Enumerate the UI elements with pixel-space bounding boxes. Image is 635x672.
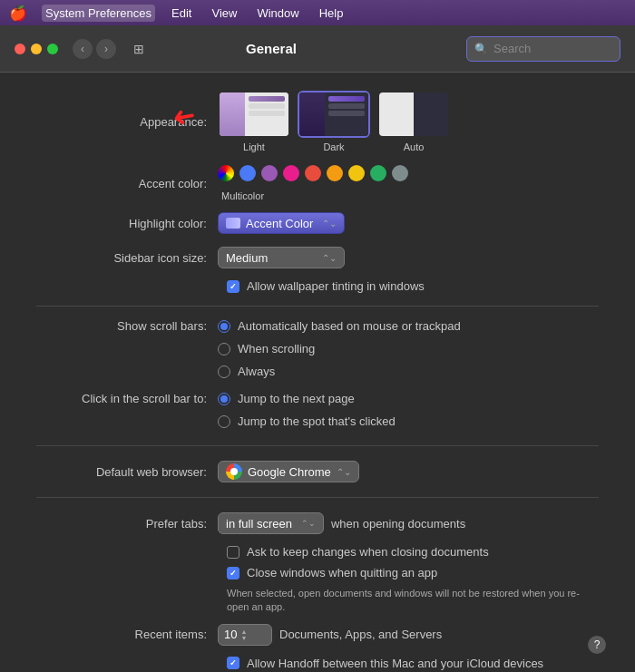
prefer-tabs-dropdown[interactable]: in full screen ⌃⌄: [218, 512, 324, 534]
click-scroll-options: Jump to the next page Jump to the spot t…: [218, 392, 599, 433]
sidebar-icon-size-content: Medium ⌃⌄: [218, 247, 599, 268]
wallpaper-tinting-checkbox[interactable]: [227, 280, 239, 293]
menu-system-preferences[interactable]: System Preferences: [42, 5, 155, 22]
click-scroll-bar-row: Click in the scroll bar to: Jump to the …: [36, 392, 599, 433]
search-box[interactable]: 🔍 Search: [466, 36, 620, 62]
menubar-items: System Preferences Edit View Window Help: [42, 5, 347, 22]
accent-color-blue[interactable]: [239, 165, 256, 181]
scroll-bar-option-scrolling[interactable]: When scrolling: [218, 342, 315, 355]
close-windows-label: Close windows when quitting an app: [247, 566, 437, 579]
scroll-bar-radio-auto[interactable]: [218, 320, 230, 333]
scroll-bar-option-auto[interactable]: Automatically based on mouse or trackpad: [218, 319, 461, 333]
accent-color-green[interactable]: [370, 165, 386, 181]
sidebar-icon-size-dropdown[interactable]: Medium ⌃⌄: [218, 247, 345, 268]
highlight-color-content: Accent Color ⌃⌄: [218, 212, 599, 234]
stepper-up[interactable]: ▲: [240, 628, 247, 635]
show-scroll-bars-label: Show scroll bars:: [36, 319, 218, 333]
sidebar-icon-size-row: Sidebar icon size: Medium ⌃⌄: [36, 245, 599, 270]
ask-keep-changes-checkbox[interactable]: [227, 546, 239, 559]
accent-color-content: Multicolor: [218, 165, 599, 201]
accent-color-pink[interactable]: [283, 165, 299, 181]
highlight-color-label: Highlight color:: [36, 217, 218, 230]
highlight-color-dropdown[interactable]: Accent Color ⌃⌄: [218, 212, 345, 234]
accent-color-graphite[interactable]: [392, 165, 408, 181]
highlight-color-arrow: ⌃⌄: [322, 219, 337, 229]
click-scroll-option-spot[interactable]: Jump to the spot that's clicked: [218, 414, 396, 428]
accent-color-purple[interactable]: [261, 165, 278, 181]
menu-window[interactable]: Window: [253, 5, 302, 22]
prefer-tabs-suffix: when opening documents: [331, 517, 465, 531]
accent-color-selected-label: Multicolor: [221, 190, 264, 201]
recent-items-row: Recent items: 10 ▲ ▼ Documents, Apps, an…: [36, 622, 599, 648]
menu-edit[interactable]: Edit: [168, 5, 195, 22]
default-browser-row: Default web browser: Google Chrome ⌃⌄: [36, 459, 599, 484]
recent-items-content: 10 ▲ ▼ Documents, Apps, and Servers: [218, 624, 599, 646]
search-icon: 🔍: [474, 43, 488, 55]
titlebar: ‹ › ⊞ General 🔍 Search: [0, 25, 635, 73]
menubar: 🍎 System Preferences Edit View Window He…: [0, 0, 635, 25]
search-placeholder: Search: [493, 42, 531, 55]
show-scroll-bars-row: Show scroll bars: Automatically based on…: [36, 319, 599, 383]
close-windows-checkbox[interactable]: [227, 567, 239, 579]
ask-keep-changes-label: Ask to keep changes when closing documen…: [247, 545, 489, 559]
highlight-color-value: Accent Color: [246, 217, 313, 230]
appearance-option-dark[interactable]: Dark: [298, 91, 370, 152]
click-scroll-option-next[interactable]: Jump to the next page: [218, 392, 355, 405]
prefer-tabs-label: Prefer tabs:: [36, 517, 218, 531]
scroll-bars-options: Automatically based on mouse or trackpad…: [218, 319, 599, 383]
scroll-bar-radio-always[interactable]: [218, 365, 230, 378]
appearance-label-dark: Dark: [323, 141, 344, 152]
click-scroll-bar-label: Click in the scroll bar to:: [36, 392, 218, 405]
click-scroll-next-label: Jump to the next page: [238, 392, 355, 405]
appearance-thumb-auto: [377, 91, 450, 138]
default-browser-label: Default web browser:: [36, 465, 218, 479]
accent-color-orange[interactable]: [327, 165, 343, 181]
wallpaper-tinting-row: Allow wallpaper tinting in windows: [227, 279, 599, 293]
divider-1: [36, 306, 599, 307]
default-browser-content: Google Chrome ⌃⌄: [218, 461, 599, 482]
allow-handoff-checkbox[interactable]: [227, 657, 239, 669]
accent-color-multicolor[interactable]: [218, 165, 234, 181]
default-browser-arrow: ⌃⌄: [337, 467, 351, 477]
ask-keep-changes-row: Ask to keep changes when closing documen…: [227, 545, 599, 559]
prefer-tabs-arrow: ⌃⌄: [301, 519, 316, 528]
appearance-label-auto: Auto: [404, 141, 425, 152]
click-scroll-radio-next[interactable]: [218, 393, 230, 405]
apple-menu-icon[interactable]: 🍎: [9, 5, 27, 22]
appearance-row: Appearance: ➜ Light: [36, 91, 599, 152]
prefer-tabs-row: Prefer tabs: in full screen ⌃⌄ when open…: [36, 511, 599, 536]
divider-2: [36, 445, 599, 446]
maximize-button[interactable]: [47, 44, 58, 54]
sidebar-icon-size-label: Sidebar icon size:: [36, 251, 218, 265]
stepper-down[interactable]: ▼: [240, 635, 247, 641]
minimize-button[interactable]: [31, 44, 42, 54]
wallpaper-tinting-label: Allow wallpaper tinting in windows: [247, 279, 425, 293]
default-browser-dropdown[interactable]: Google Chrome ⌃⌄: [218, 461, 359, 482]
stepper-arrows: ▲ ▼: [240, 628, 247, 641]
appearance-thumb-light: [218, 91, 290, 138]
accent-color-yellow[interactable]: [348, 165, 365, 181]
recent-items-stepper[interactable]: 10 ▲ ▼: [218, 624, 272, 646]
accent-color-red[interactable]: [305, 165, 321, 181]
appearance-thumb-dark: [298, 91, 370, 138]
chrome-icon: [226, 463, 242, 480]
allow-handoff-row: Allow Handoff between this Mac and your …: [227, 657, 599, 670]
scroll-bar-radio-scrolling[interactable]: [218, 343, 230, 355]
appearance-option-light[interactable]: Light: [218, 91, 290, 152]
prefer-tabs-value: in full screen: [226, 517, 292, 531]
divider-3: [36, 497, 599, 498]
close-windows-note: When selected, open documents and window…: [227, 587, 590, 615]
menu-view[interactable]: View: [208, 5, 240, 22]
scroll-bar-option-always[interactable]: Always: [218, 365, 275, 378]
accent-colors-list: [218, 165, 408, 181]
accent-color-row: Accent color: Multicolor: [36, 165, 599, 201]
click-scroll-spot-label: Jump to the spot that's clicked: [238, 414, 396, 428]
close-button[interactable]: [15, 44, 25, 54]
main-content: Appearance: ➜ Light: [0, 73, 635, 672]
click-scroll-radio-spot[interactable]: [218, 415, 230, 428]
appearance-option-auto[interactable]: Auto: [377, 91, 450, 152]
recent-items-label: Recent items:: [36, 628, 218, 641]
help-button[interactable]: ?: [588, 636, 606, 654]
scroll-bar-scrolling-label: When scrolling: [238, 342, 315, 355]
menu-help[interactable]: Help: [316, 5, 347, 22]
